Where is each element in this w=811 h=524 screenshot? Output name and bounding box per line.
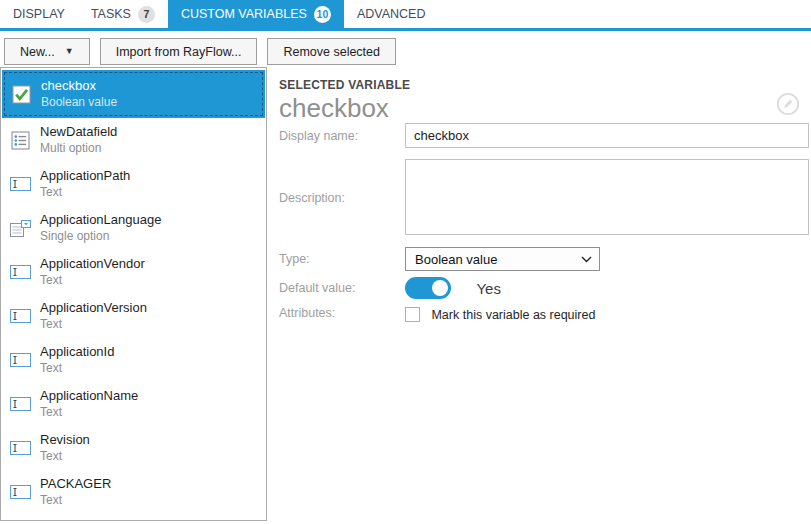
list-item[interactable]: PACKAGER Text bbox=[1, 470, 266, 514]
type-select-value: Boolean value bbox=[415, 252, 497, 267]
text-field-icon bbox=[9, 441, 31, 455]
tab-custom-variables[interactable]: CUSTOM VARIABLES 10 bbox=[168, 0, 344, 28]
display-name-input[interactable] bbox=[405, 123, 809, 148]
text-field-icon bbox=[9, 353, 31, 367]
list-item[interactable]: ApplicationPath Text bbox=[1, 162, 266, 206]
selected-variable-title: checkbox bbox=[279, 93, 811, 124]
tab-accent-underline bbox=[0, 28, 811, 31]
description-label: Description: bbox=[279, 159, 405, 205]
variable-type: Text bbox=[40, 185, 130, 200]
variable-name: ApplicationVersion bbox=[40, 300, 147, 316]
selected-variable-panel: SELECTED VARIABLE checkbox Display name:… bbox=[279, 78, 811, 524]
edit-icon[interactable] bbox=[776, 92, 800, 116]
type-label: Type: bbox=[279, 247, 405, 266]
variable-name: ApplicationLanguage bbox=[40, 212, 161, 228]
variable-name: Revision bbox=[40, 432, 90, 448]
variable-type: Text bbox=[40, 449, 90, 464]
variable-type: Text bbox=[40, 493, 111, 508]
list-item[interactable]: ApplicationLanguage Single option bbox=[1, 206, 266, 250]
section-title: SELECTED VARIABLE bbox=[279, 78, 811, 92]
tab-label: CUSTOM VARIABLES bbox=[181, 7, 307, 21]
tab-display[interactable]: DISPLAY bbox=[0, 0, 78, 28]
list-item[interactable]: ApplicationId Text bbox=[1, 338, 266, 382]
variable-list: checkbox Boolean value NewDatafield Mult… bbox=[0, 67, 267, 521]
list-item[interactable]: NewDatafield Multi option bbox=[1, 118, 266, 162]
display-name-label: Display name: bbox=[279, 123, 405, 143]
chevron-down-icon: ▼ bbox=[65, 47, 74, 56]
new-button[interactable]: New... ▼ bbox=[4, 38, 90, 65]
checkbox-icon bbox=[10, 85, 32, 104]
required-checkbox[interactable] bbox=[405, 307, 420, 322]
description-input[interactable] bbox=[405, 159, 809, 235]
variable-name: PACKAGER bbox=[40, 476, 111, 492]
single-option-icon bbox=[9, 220, 31, 237]
tab-tasks[interactable]: TASKS 7 bbox=[78, 0, 168, 28]
list-item[interactable]: ApplicationVersion Text bbox=[1, 294, 266, 338]
list-item[interactable]: checkbox Boolean value bbox=[2, 70, 265, 118]
text-field-icon bbox=[9, 309, 31, 323]
variable-type: Text bbox=[40, 361, 114, 376]
variable-name: ApplicationVendor bbox=[40, 256, 145, 272]
variable-type: Text bbox=[40, 273, 145, 288]
text-field-icon bbox=[9, 265, 31, 279]
required-checkbox-label: Mark this variable as required bbox=[431, 308, 595, 322]
tab-count-badge: 7 bbox=[138, 6, 155, 23]
variable-type: Text bbox=[40, 405, 138, 420]
tab-label: ADVANCED bbox=[357, 7, 426, 21]
remove-selected-button[interactable]: Remove selected bbox=[267, 38, 396, 65]
toggle-knob bbox=[432, 280, 448, 296]
text-field-icon bbox=[9, 177, 31, 191]
variable-type: Single option bbox=[40, 229, 161, 244]
default-value-label: Default value: bbox=[279, 277, 405, 295]
variable-name: NewDatafield bbox=[40, 124, 117, 140]
import-from-rayflow-button[interactable]: Import from RayFlow... bbox=[100, 38, 258, 65]
tab-label: DISPLAY bbox=[13, 7, 65, 21]
attributes-label: Attributes: bbox=[279, 305, 405, 320]
list-item[interactable]: ApplicationName Text bbox=[1, 382, 266, 426]
list-item[interactable]: Revision Text bbox=[1, 426, 266, 470]
text-field-icon bbox=[9, 397, 31, 411]
variable-name: ApplicationName bbox=[40, 388, 138, 404]
text-field-icon bbox=[9, 485, 31, 499]
toolbar: New... ▼ Import from RayFlow... Remove s… bbox=[4, 38, 396, 65]
variable-name: ApplicationId bbox=[40, 344, 114, 360]
tab-bar: DISPLAY TASKS 7 CUSTOM VARIABLES 10 ADVA… bbox=[0, 0, 811, 28]
chevron-down-icon bbox=[581, 256, 592, 263]
list-item[interactable]: ApplicationVendor Text bbox=[1, 250, 266, 294]
default-value-toggle[interactable] bbox=[405, 277, 451, 299]
toggle-state-label: Yes bbox=[476, 280, 500, 297]
type-select[interactable]: Boolean value bbox=[405, 247, 600, 271]
variable-name: ApplicationPath bbox=[40, 168, 130, 184]
tab-label: TASKS bbox=[91, 7, 131, 21]
variable-type: Text bbox=[40, 317, 147, 332]
variable-type: Multi option bbox=[40, 141, 117, 156]
tab-count-badge: 10 bbox=[314, 6, 331, 23]
variable-name: checkbox bbox=[41, 78, 117, 94]
multi-option-icon bbox=[9, 131, 31, 150]
variable-type: Boolean value bbox=[41, 95, 117, 110]
tab-advanced[interactable]: ADVANCED bbox=[344, 0, 439, 28]
